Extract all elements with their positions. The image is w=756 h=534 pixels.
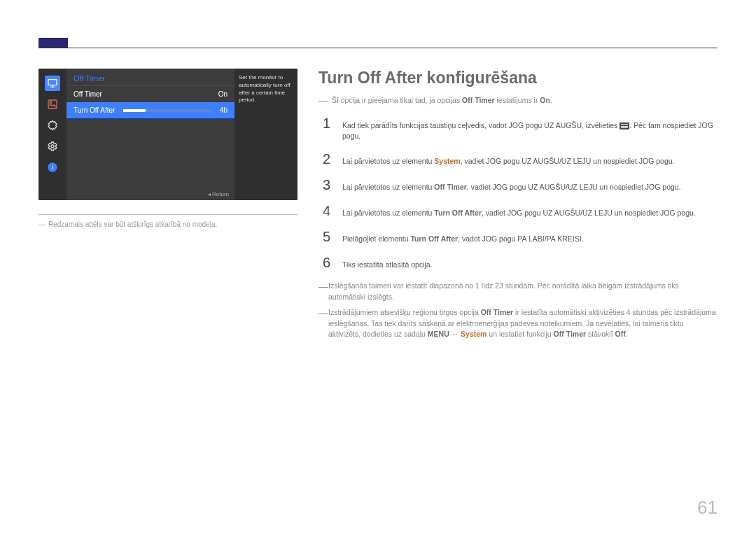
info-icon: i <box>45 160 60 175</box>
header-accent <box>38 38 68 48</box>
highlight-text: System <box>434 157 460 165</box>
svg-rect-0 <box>48 80 57 85</box>
text: Lai pārvietotos uz elementu <box>342 209 434 217</box>
step-3: 3 Lai pārvietotos uz elementu Off Timer,… <box>323 177 718 193</box>
step-6: 6 Tiks iestatīta atlasītā opcija. <box>323 255 718 271</box>
osd-return-label: Return <box>208 191 229 197</box>
text: , vadiet JOG pogu UZ AUGŠU/UZ LEJU un no… <box>467 183 681 191</box>
content-column: Turn Off After konfigurēšana ― Šī opcija… <box>318 69 718 340</box>
osd-row-value: 4h <box>220 106 227 114</box>
step-text: Kad tiek parādīts funkcijas taustiņu ceļ… <box>342 120 718 141</box>
step-5: 5 Pielāgojiet elementu Turn Off After, v… <box>323 229 718 245</box>
text: un iestatiet funkciju <box>486 330 553 338</box>
text: → <box>449 330 461 338</box>
text: . <box>626 330 628 338</box>
osd-sidebar: i <box>38 69 66 200</box>
left-column: i Off Timer Off Timer On Turn Off After … <box>38 69 304 228</box>
strong-text: Off Timer <box>554 330 586 338</box>
step-number: 3 <box>323 177 332 193</box>
text: Lai pārvietotos uz elementu <box>342 157 434 165</box>
strong-text: On <box>540 96 550 104</box>
osd-row-value: On <box>218 90 227 98</box>
page-title: Turn Off After konfigurēšana <box>318 69 718 87</box>
osd-description-panel: Set the monitor to automatically turn of… <box>234 69 298 200</box>
svg-rect-3 <box>48 100 57 108</box>
strong-text: Off Timer <box>434 183 466 191</box>
osd-slider <box>123 109 211 112</box>
text: Izstrādājumiem atsevišķu reģionu tirgos … <box>328 308 481 316</box>
text: Izslēgšanās taimeri var iestatīt diapazo… <box>328 281 679 301</box>
osd-row-turnoffafter: Turn Off After 4h <box>66 102 234 118</box>
page-number: 61 <box>697 497 718 519</box>
strong-text: Off Timer <box>462 96 494 104</box>
osd-row-label: Off Timer <box>74 90 102 98</box>
availability-note: ― Šī opcija ir pieejama tikai tad, ja op… <box>318 94 718 106</box>
strong-text: Turn Off After <box>434 209 482 217</box>
osd-row-label: Turn Off After <box>74 106 115 114</box>
osd-screenshot: i Off Timer Off Timer On Turn Off After … <box>38 69 298 200</box>
gear-icon <box>45 139 60 154</box>
step-text: Lai pārvietotos uz elementu System, vadi… <box>342 156 675 167</box>
strong-text: Off Timer <box>481 308 513 316</box>
step-4: 4 Lai pārvietotos uz elementu Turn Off A… <box>323 203 718 219</box>
left-footnote-text: Redzamais attēls var būt atšķirīgs atkar… <box>48 220 217 228</box>
picture-icon <box>45 97 60 112</box>
text: Lai pārvietotos uz elementu <box>342 183 434 191</box>
step-number: 6 <box>323 255 332 271</box>
text: Pielāgojiet elementu <box>342 234 410 243</box>
footnote-2: ― Izstrādājumiem atsevišķu reģionu tirgo… <box>318 307 718 340</box>
step-2: 2 Lai pārvietotos uz elementu System, va… <box>323 151 718 167</box>
svg-text:i: i <box>52 164 54 171</box>
header-rule <box>38 48 718 48</box>
strong-text: Turn Off After <box>410 234 458 243</box>
text: Šī opcija ir pieejama tikai tad, ja opci… <box>332 96 462 104</box>
steps-list: 1 Kad tiek parādīts funkcijas taustiņu c… <box>323 115 718 271</box>
text: , vadiet JOG pogu UZ AUGŠU/UZ LEJU un no… <box>461 157 675 165</box>
step-number: 2 <box>323 151 332 167</box>
strong-text: MENU <box>428 330 449 338</box>
text: . <box>550 96 552 104</box>
text: Kad tiek parādīts funkcijas taustiņu ceļ… <box>342 121 620 129</box>
step-text: Lai pārvietotos uz elementu Turn Off Aft… <box>342 208 696 218</box>
text: , vadiet JOG pogu UZ AUGŠU/UZ LEJU un no… <box>482 209 696 217</box>
step-text: Pielāgojiet elementu Turn Off After, vad… <box>342 234 584 244</box>
strong-text: Off <box>615 330 626 338</box>
text: stāvoklī <box>586 330 615 338</box>
osd-row-offtimer: Off Timer On <box>66 86 234 102</box>
osd-title: Off Timer <box>66 69 234 86</box>
text: iestatījums ir <box>495 96 540 104</box>
text: , vadot JOG pogu PA LABI/PA KREISI. <box>458 234 583 243</box>
step-number: 5 <box>323 229 332 245</box>
step-text: Lai pārvietotos uz elementu Off Timer, v… <box>342 182 681 192</box>
step-number: 1 <box>323 115 332 132</box>
footnote-1: ― Izslēgšanās taimeri var iestatīt diapa… <box>318 281 718 303</box>
svg-point-5 <box>51 145 54 148</box>
highlight-text: System <box>461 330 486 338</box>
monitor-icon <box>45 76 60 91</box>
step-1: 1 Kad tiek parādīts funkcijas taustiņu c… <box>323 115 718 141</box>
left-footnote: ―Redzamais attēls var būt atšķirīgs atka… <box>38 220 304 228</box>
content-footnotes: ― Izslēgšanās taimeri var iestatīt diapa… <box>318 281 718 340</box>
svg-point-4 <box>50 101 52 104</box>
left-separator <box>38 214 298 215</box>
step-number: 4 <box>323 203 332 219</box>
osd-main-panel: Off Timer Off Timer On Turn Off After 4h… <box>66 69 234 200</box>
osd-description: Set the monitor to automatically turn of… <box>239 74 290 103</box>
step-text: Tiks iestatīta atlasītā opcija. <box>342 260 433 270</box>
settings-icon <box>45 118 60 133</box>
menu-icon <box>620 122 629 129</box>
